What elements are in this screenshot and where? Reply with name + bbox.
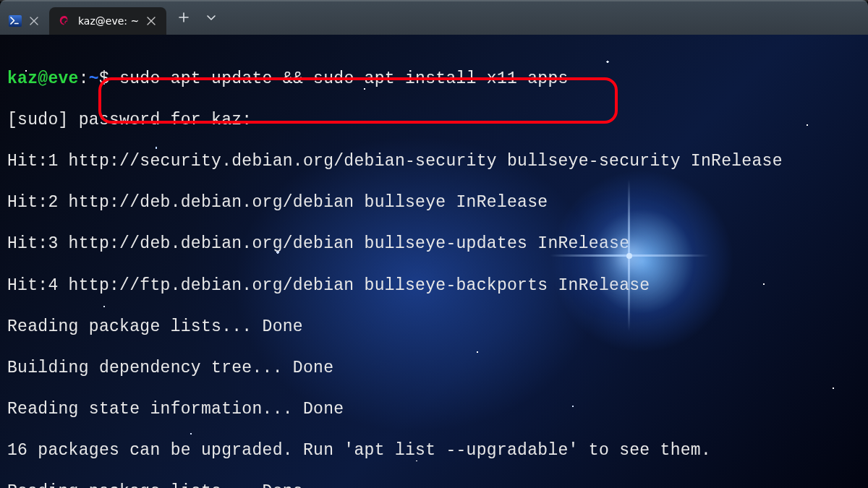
terminal-pane[interactable]: kaz@eve:~$ sudo apt update && sudo apt i… bbox=[0, 35, 868, 488]
tab-dropdown-button[interactable] bbox=[198, 6, 224, 29]
title-bar: kaz@eve: ~ bbox=[0, 0, 868, 35]
prompt-symbol: $ bbox=[99, 69, 109, 88]
output-line: 16 packages can be upgraded. Run 'apt li… bbox=[7, 440, 859, 461]
prompt-userhost: kaz@eve bbox=[7, 69, 79, 88]
terminal-output: kaz@eve:~$ sudo apt update && sudo apt i… bbox=[0, 35, 868, 488]
powershell-icon bbox=[9, 14, 22, 27]
output-line: Reading state information... Done bbox=[7, 399, 859, 420]
prompt-line: kaz@eve:~$ sudo apt update && sudo apt i… bbox=[7, 69, 859, 90]
command-text: sudo apt update && sudo apt install x11-… bbox=[109, 69, 569, 88]
output-line: Hit:2 http://deb.debian.org/debian bulls… bbox=[7, 192, 859, 213]
close-icon[interactable] bbox=[29, 16, 39, 26]
output-line: Hit:3 http://deb.debian.org/debian bulls… bbox=[7, 234, 859, 254]
output-line: Hit:4 http://ftp.debian.org/debian bulls… bbox=[7, 275, 859, 296]
output-line: Reading package lists... Done bbox=[7, 317, 859, 338]
output-line: Hit:1 http://security.debian.org/debian-… bbox=[7, 151, 859, 172]
close-icon[interactable] bbox=[146, 16, 156, 26]
output-line: [sudo] password for kaz: bbox=[7, 110, 859, 131]
debian-icon bbox=[58, 14, 71, 27]
tab-actions bbox=[166, 0, 224, 35]
new-tab-button[interactable] bbox=[171, 6, 197, 29]
prompt-sep: : bbox=[79, 69, 89, 88]
tab-title: kaz@eve: ~ bbox=[78, 15, 139, 27]
tab-debian-terminal[interactable]: kaz@eve: ~ bbox=[49, 7, 166, 35]
output-line: Reading package lists... Done bbox=[7, 481, 859, 488]
prompt-cwd: ~ bbox=[89, 69, 99, 88]
tab-powershell[interactable] bbox=[0, 7, 49, 35]
output-line: Building dependency tree... Done bbox=[7, 358, 859, 379]
